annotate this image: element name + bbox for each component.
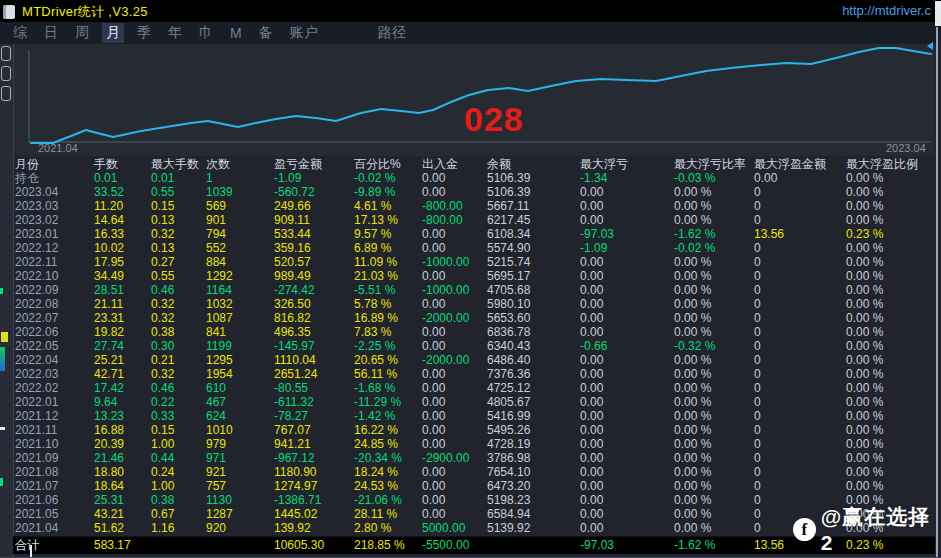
table-cell: 359.16	[272, 241, 352, 255]
table-cell: 9.64	[92, 395, 149, 409]
column-header: 最大浮亏比率	[672, 157, 752, 171]
table-cell: 0.00	[578, 311, 672, 325]
menu-item-path[interactable]: 路径	[374, 23, 410, 43]
table-cell: 0.00	[420, 325, 485, 339]
table-cell: 467	[204, 395, 272, 409]
table-cell: 0.00	[578, 479, 672, 493]
table-cell: 0	[752, 437, 844, 451]
table-cell: 6.89 %	[352, 241, 420, 255]
strip-button-3[interactable]	[1, 86, 11, 101]
table-cell: 2021.11	[13, 423, 92, 437]
table-cell: 0.00 %	[844, 311, 935, 325]
table-cell: 19.82	[92, 325, 149, 339]
table-cell: 0.00 %	[844, 185, 935, 199]
table-cell: 6217.45	[485, 213, 578, 227]
menu-item-综[interactable]: 综	[9, 23, 31, 43]
table-row: 2021.0921.460.44971-967.12-20.34 %-2900.…	[13, 451, 935, 465]
url-link[interactable]: http://mtdriver.c	[842, 3, 931, 18]
strip-button-1[interactable]	[1, 46, 11, 61]
table-cell: 0	[752, 381, 844, 395]
strip-button-2[interactable]	[1, 66, 11, 81]
table-cell: 496.35	[272, 325, 352, 339]
watermark-handle: @赢在选择2	[821, 503, 941, 555]
column-header: 百分比%	[352, 157, 420, 171]
scrollbar-top-button[interactable]	[935, 1, 941, 26]
menu-item-周[interactable]: 周	[71, 23, 93, 43]
table-cell: 989.49	[272, 269, 352, 283]
table-cell: 1180.90	[272, 465, 352, 479]
right-scrollbar[interactable]	[936, 27, 938, 557]
table-cell: 0.00 %	[844, 437, 935, 451]
table-cell: -2900.00	[420, 451, 485, 465]
table-cell: 0.55	[149, 269, 204, 283]
table-cell: 1039	[204, 185, 272, 199]
table-cell: -20.34 %	[352, 451, 420, 465]
table-cell: 5000.00	[420, 521, 485, 535]
table-cell: 0.00 %	[672, 479, 752, 493]
menu-item-年[interactable]: 年	[164, 23, 186, 43]
table-cell: 5139.92	[485, 521, 578, 535]
table-cell: 17.42	[92, 381, 149, 395]
table-cell: 2021.08	[13, 465, 92, 479]
table-cell: 25.21	[92, 353, 149, 367]
table-cell: 901	[204, 213, 272, 227]
menu-item-备[interactable]: 备	[255, 23, 277, 43]
menu-item-M[interactable]: M	[226, 24, 246, 42]
table-cell: -800.00	[420, 213, 485, 227]
column-header: 出入金	[420, 157, 485, 171]
table-cell: 0.00 %	[844, 423, 935, 437]
table-cell: 0.00 %	[672, 255, 752, 269]
table-cell: -800.00	[420, 199, 485, 213]
table-cell: 884	[204, 255, 272, 269]
menu-item-日[interactable]: 日	[40, 23, 62, 43]
table-cell: -21.06 %	[352, 493, 420, 507]
table-cell: 2651.24	[272, 367, 352, 381]
table-cell: 0.00 %	[844, 381, 935, 395]
table-cell: 0.00	[578, 465, 672, 479]
table-cell: 909.11	[272, 213, 352, 227]
table-cell: 0	[752, 451, 844, 465]
table-cell: 941.21	[272, 437, 352, 451]
table-row: 2022.0342.710.3219542651.2456.11 %0.0073…	[13, 367, 935, 381]
table-cell: 0.00 %	[844, 367, 935, 381]
table-cell: 0.00 %	[844, 339, 935, 353]
table-cell: 2023.04	[13, 185, 92, 199]
table-cell: 1954	[204, 367, 272, 381]
table-cell: 2021.05	[13, 507, 92, 521]
table-cell: 0.38	[149, 325, 204, 339]
table-cell: 0.00	[578, 269, 672, 283]
table-cell: 0	[752, 283, 844, 297]
menu-item-季[interactable]: 季	[133, 23, 155, 43]
table-row: 2022.0821.110.321032326.505.78 %0.005980…	[13, 297, 935, 311]
table-cell: 0.00	[420, 367, 485, 381]
table-cell: 0.13	[149, 241, 204, 255]
table-cell: 0	[752, 185, 844, 199]
table-cell: 0.00	[578, 367, 672, 381]
table-cell: 16.33	[92, 227, 149, 241]
menu-item-巾[interactable]: 巾	[195, 23, 217, 43]
table-cell: 11.09 %	[352, 255, 420, 269]
menu-item-账户[interactable]: 账户	[286, 23, 322, 43]
table-cell: 0.00	[420, 465, 485, 479]
table-cell: 4805.67	[485, 395, 578, 409]
table-cell: 16.89 %	[352, 311, 420, 325]
table-cell: 1445.02	[272, 507, 352, 521]
menu-item-月[interactable]: 月	[102, 23, 124, 43]
table-cell: 7376.36	[485, 367, 578, 381]
facebook-icon: f	[793, 518, 816, 541]
table-cell: 0.44	[149, 451, 204, 465]
table-cell: 0.00	[578, 381, 672, 395]
window-icon	[3, 5, 15, 19]
table-cell: -5.51 %	[352, 283, 420, 297]
table-cell: 6108.34	[485, 227, 578, 241]
table-cell: 0.33	[149, 409, 204, 423]
table-cell: 10.02	[92, 241, 149, 255]
table-cell: 1292	[204, 269, 272, 283]
table-cell: 0.22	[149, 395, 204, 409]
table-cell: 11.20	[92, 199, 149, 213]
table-cell: 1130	[204, 493, 272, 507]
x-axis-label-end: 2023.04	[886, 142, 926, 154]
table-cell: 2021.04	[13, 521, 92, 535]
scroll-arrow-icon[interactable]	[927, 42, 933, 50]
table-cell: -0.32 %	[672, 339, 752, 353]
